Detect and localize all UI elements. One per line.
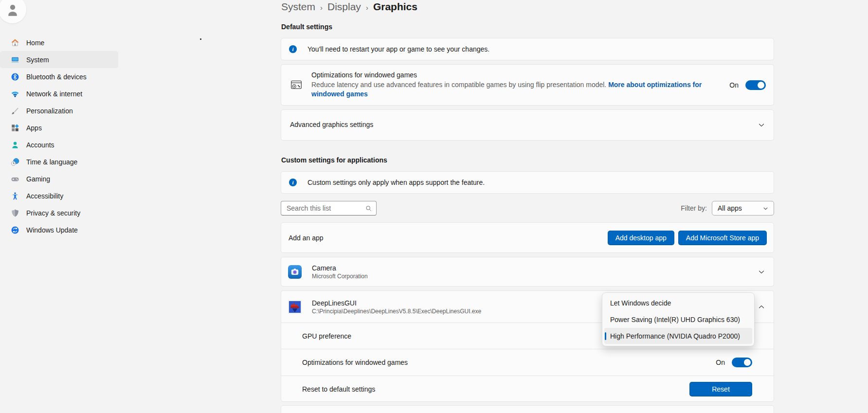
sidebar-item-system[interactable]: System — [0, 51, 118, 68]
sidebar-item-label: Accounts — [26, 141, 54, 149]
search-input[interactable] — [287, 204, 365, 212]
toggle-knob — [758, 82, 764, 89]
breadcrumb-system[interactable]: System — [281, 1, 315, 13]
gpu-option-let-windows-decide[interactable]: Let Windows decide — [604, 295, 752, 311]
breadcrumb-display[interactable]: Display — [327, 1, 361, 13]
app-optimizations-label: Optimizations for windowed games — [302, 359, 408, 366]
info-icon: i — [289, 45, 297, 53]
sidebar-item-label: Accessibility — [26, 192, 63, 200]
camera-app-row[interactable]: Camera Microsoft Corporation — [281, 257, 774, 287]
add-an-app-label: Add an app — [289, 234, 324, 242]
app-optimizations-row: Optimizations for windowed games On — [281, 349, 774, 376]
filter-apps-select[interactable]: All apps — [712, 201, 774, 215]
sidebar-item-label: Apps — [26, 124, 42, 132]
reset-button[interactable]: Reset — [689, 382, 752, 396]
shield-icon — [11, 209, 19, 217]
sidebar-item-label: Windows Update — [26, 226, 78, 234]
next-app-row-partial[interactable] — [281, 405, 774, 413]
sidebar-item-label: Bluetooth & devices — [26, 73, 87, 81]
filter-by-label: Filter by: — [681, 204, 707, 212]
sidebar-item-accessibility[interactable]: Accessibility — [0, 187, 118, 204]
gpu-preference-flyout: Let Windows decide Power Saving (Intel(R… — [602, 292, 755, 346]
camera-app-titles: Camera Microsoft Corporation — [312, 264, 758, 280]
custom-settings-notice-banner: i Custom settings only apply when apps s… — [281, 171, 774, 194]
sidebar-item-personalization[interactable]: Personalization — [0, 102, 118, 119]
gpu-preference-label: GPU preference — [302, 332, 351, 340]
app-optimizations-toggle-group: On — [716, 358, 752, 367]
accounts-icon — [11, 141, 19, 149]
sidebar-item-label: Network & internet — [26, 90, 82, 98]
breadcrumb: System › Display › Graphics — [281, 1, 417, 13]
search-box[interactable] — [281, 201, 377, 215]
restart-notice-banner: i You'll need to restart your app or gam… — [281, 38, 774, 60]
optimizations-toggle-group: On — [729, 80, 766, 90]
sidebar-item-windows-update[interactable]: Windows Update — [0, 221, 118, 238]
chevron-down-icon — [763, 206, 768, 211]
sidebar-item-label: Personalization — [26, 107, 73, 115]
sidebar-item-accounts[interactable]: Accounts — [0, 136, 118, 153]
wifi-icon — [11, 90, 19, 98]
optimizations-title: Optimizations for windowed games — [311, 71, 720, 79]
advanced-graphics-label: Advanced graphics settings — [290, 121, 373, 128]
accessibility-icon — [11, 192, 19, 200]
optimizations-description: Reduce latency and use advanced features… — [311, 80, 720, 99]
update-icon — [11, 226, 19, 234]
optimizations-description-text: Reduce latency and use advanced features… — [311, 81, 606, 89]
sidebar: Home System Bluetooth & devices Network … — [0, 34, 118, 238]
optimizations-toggle[interactable] — [745, 80, 766, 90]
add-desktop-app-button[interactable]: Add desktop app — [608, 231, 674, 245]
bluetooth-icon — [11, 72, 19, 81]
list-toolbar: Filter by: All apps — [281, 201, 774, 215]
gpu-option-power-saving[interactable]: Power Saving (Intel(R) UHD Graphics 630) — [604, 311, 752, 327]
breadcrumb-current-page: Graphics — [373, 1, 417, 13]
gpu-option-label: High Performance (NVIDIA Quadro P2000) — [610, 332, 740, 340]
info-icon: i — [289, 179, 297, 186]
chevron-down-icon — [758, 269, 765, 275]
sidebar-item-bluetooth-devices[interactable]: Bluetooth & devices — [0, 68, 118, 85]
main-content: System › Display › Graphics Default sett… — [281, 0, 774, 413]
add-an-app-row: Add an app Add desktop app Add Microsoft… — [281, 222, 774, 253]
chevron-right-icon: › — [366, 2, 368, 12]
search-icon — [365, 205, 372, 212]
app-optimizations-toggle[interactable] — [732, 358, 752, 367]
toggle-state-label: On — [729, 81, 739, 89]
optimizations-windowed-games-row: Optimizations for windowed games Reduce … — [281, 64, 774, 106]
add-microsoft-store-app-button[interactable]: Add Microsoft Store app — [678, 231, 767, 245]
sidebar-item-label: Gaming — [26, 175, 50, 183]
sidebar-item-label: Privacy & security — [26, 209, 80, 217]
filter-selected-value: All apps — [718, 204, 742, 212]
windowed-games-icon — [290, 79, 303, 91]
filter-group: Filter by: All apps — [681, 201, 774, 215]
chevron-down-icon — [758, 122, 765, 128]
reset-settings-row: Reset to default settings Reset — [281, 376, 774, 402]
deeplines-app-icon — [288, 300, 302, 314]
gamepad-icon — [11, 175, 19, 183]
avatar[interactable] — [0, 0, 26, 23]
sidebar-item-time-language[interactable]: Time & language — [0, 153, 118, 170]
paintbrush-icon — [11, 107, 19, 115]
default-settings-heading: Default settings — [281, 23, 332, 31]
sidebar-item-home[interactable]: Home — [0, 34, 118, 51]
sidebar-item-label: Time & language — [26, 158, 77, 166]
sidebar-item-apps[interactable]: Apps — [0, 119, 118, 136]
sidebar-item-gaming[interactable]: Gaming — [0, 170, 118, 187]
app-name: Camera — [312, 264, 758, 272]
sidebar-item-privacy-security[interactable]: Privacy & security — [0, 204, 118, 221]
custom-settings-notice-text: Custom settings only apply when apps sup… — [307, 179, 485, 186]
selected-indicator-pill — [605, 332, 606, 340]
person-icon — [5, 2, 20, 18]
system-icon — [11, 55, 19, 64]
toggle-state-label: On — [716, 359, 725, 366]
optimizations-text: Optimizations for windowed games Reduce … — [311, 71, 729, 99]
custom-settings-heading: Custom settings for applications — [281, 156, 387, 164]
gpu-option-high-performance[interactable]: High Performance (NVIDIA Quadro P2000) — [604, 328, 752, 344]
reset-settings-label: Reset to default settings — [302, 385, 375, 393]
globe-clock-icon — [11, 158, 19, 166]
app-publisher: Microsoft Corporation — [312, 273, 758, 280]
advanced-graphics-settings-expander[interactable]: Advanced graphics settings — [281, 109, 774, 141]
sidebar-item-network-internet[interactable]: Network & internet — [0, 85, 118, 102]
add-app-buttons: Add desktop app Add Microsoft Store app — [608, 231, 767, 245]
sidebar-item-label: System — [26, 56, 49, 64]
chevron-up-icon — [758, 304, 765, 310]
camera-app-icon — [288, 265, 302, 279]
